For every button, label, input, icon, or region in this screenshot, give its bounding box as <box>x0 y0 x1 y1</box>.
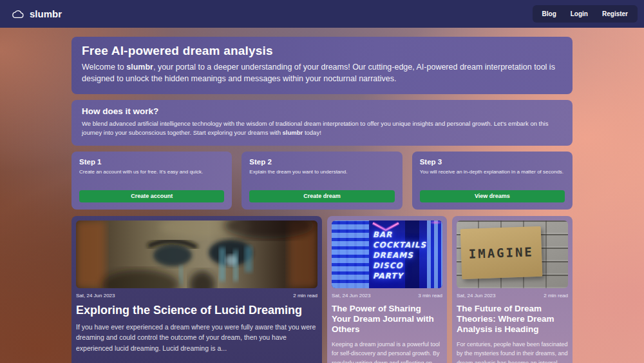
page-title: Free AI-powered dream analysis <box>82 44 562 58</box>
cloud-icon <box>12 10 24 19</box>
how-it-works-title: How does it work? <box>82 106 562 116</box>
post-meta: Sat, 24 Jun 2023 3 min read <box>332 293 442 299</box>
brand-mention: slumbr <box>283 129 303 136</box>
post-read-time: 2 min read <box>293 293 317 299</box>
nav-menu: Blog Login Register <box>533 5 638 23</box>
blog-post-card[interactable]: Sat, 24 Jun 2023 2 min read Exploring th… <box>71 216 322 363</box>
step-description: Explain the dream you want to understand… <box>249 168 394 176</box>
post-meta: Sat, 24 Jun 2023 2 min read <box>76 293 317 299</box>
post-image-neon-sign: BAR COCKTAILS DREAMS DISCO PARTY <box>332 221 442 288</box>
brand-name: slumbr <box>30 8 62 19</box>
nav-link-login[interactable]: Login <box>564 7 595 21</box>
brand-mention: slumbr <box>126 63 153 72</box>
neon-sign-text: BAR COCKTAILS DREAMS DISCO PARTY <box>373 230 426 281</box>
create-account-button[interactable]: Create account <box>79 190 224 202</box>
steps-row: Step 1 Create an account with us for fre… <box>71 152 573 210</box>
view-dreams-button[interactable]: View dreams <box>420 190 565 202</box>
post-date: Sat, 24 Jun 2023 <box>76 293 115 299</box>
step-title: Step 2 <box>249 158 394 166</box>
step-card-3: Step 3 You will receive an in-depth expl… <box>412 152 573 210</box>
post-read-time: 2 min read <box>544 293 568 299</box>
navbar: slumbr Blog Login Register <box>0 0 644 28</box>
step-description: You will receive an in-depth explanation… <box>420 168 565 176</box>
post-date: Sat, 24 Jun 2023 <box>332 293 371 299</box>
post-image-imagine-sign: IMAGINE <box>457 221 568 288</box>
sign-text: IMAGINE <box>468 244 534 261</box>
blog-posts-row: Sat, 24 Jun 2023 2 min read Exploring th… <box>71 216 573 363</box>
how-it-works-section: How does it work? We blend advanced arti… <box>71 100 573 146</box>
post-title-link[interactable]: The Power of Sharing Your Dream Journal … <box>332 304 442 335</box>
nav-link-blog[interactable]: Blog <box>535 7 564 21</box>
post-excerpt: For centuries, people have been fascinat… <box>457 340 568 363</box>
cardboard-sign: IMAGINE <box>460 226 542 279</box>
post-excerpt: Keeping a dream journal is a powerful to… <box>332 340 442 363</box>
step-title: Step 3 <box>420 158 565 166</box>
post-read-time: 3 min read <box>418 293 442 299</box>
post-title-link[interactable]: Exploring the Science of Lucid Dreaming <box>76 304 317 317</box>
step-description: Create an account with us for free. It's… <box>79 168 224 176</box>
create-dream-button[interactable]: Create dream <box>249 190 394 202</box>
post-title-link[interactable]: The Future of Dream Theories: Where Drea… <box>457 304 568 335</box>
step-card-2: Step 2 Explain the dream you want to und… <box>242 152 402 210</box>
blog-post-card[interactable]: IMAGINE Sat, 24 Jun 2023 2 min read The … <box>452 216 573 363</box>
how-it-works-description: We blend advanced artificial intelligenc… <box>82 119 562 138</box>
main-content: Free AI-powered dream analysis Welcome t… <box>71 37 573 363</box>
hero-description: Welcome to slumbr, your portal to a deep… <box>82 62 562 85</box>
post-image-face <box>76 221 317 288</box>
step-card-1: Step 1 Create an account with us for fre… <box>71 152 232 210</box>
neon-led-panel <box>332 221 369 288</box>
blog-post-card[interactable]: BAR COCKTAILS DREAMS DISCO PARTY Sat, 24… <box>327 216 447 363</box>
nav-link-register[interactable]: Register <box>595 7 635 21</box>
step-title: Step 1 <box>79 158 224 166</box>
brand-logo[interactable]: slumbr <box>12 8 62 19</box>
hero-section: Free AI-powered dream analysis Welcome t… <box>71 37 573 94</box>
post-date: Sat, 24 Jun 2023 <box>457 293 496 299</box>
post-meta: Sat, 24 Jun 2023 2 min read <box>457 293 568 299</box>
post-excerpt: If you have ever experienced a dream whe… <box>76 322 317 354</box>
